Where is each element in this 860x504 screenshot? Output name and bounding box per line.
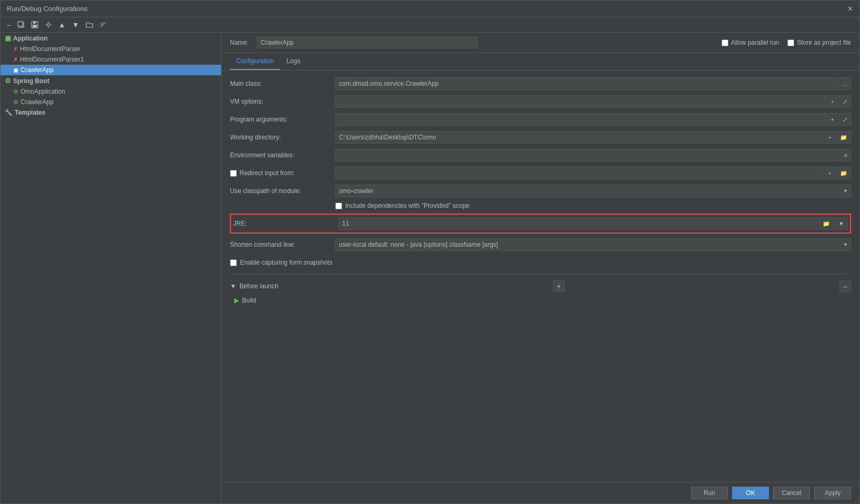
copy-button[interactable] bbox=[15, 20, 27, 29]
shorten-cmd-select-wrapper: user-local default: none - java [options… bbox=[335, 238, 851, 251]
tree-item-omo-application[interactable]: ⚙ OmoApplication bbox=[1, 86, 221, 97]
spring-boot-icon: ⚙ bbox=[5, 77, 11, 85]
env-vars-browse-button[interactable]: ≡ bbox=[841, 149, 851, 162]
move-up-button[interactable]: ▲ bbox=[56, 19, 68, 30]
program-args-add-button[interactable]: + bbox=[827, 113, 838, 126]
env-vars-row: Environment variables: ≡ bbox=[230, 148, 851, 162]
right-panel: Name: Allow parallel run Store as projec… bbox=[222, 33, 859, 503]
config-content: Main class: ... VM options: + ⤢ bbox=[222, 70, 859, 482]
tab-configuration[interactable]: Configuration bbox=[230, 53, 280, 70]
shorten-cmd-select[interactable]: user-local default: none - java [options… bbox=[335, 238, 851, 251]
title-bar: Run/Debug Configurations ✕ bbox=[1, 1, 859, 17]
env-vars-input-group: ≡ bbox=[335, 149, 851, 162]
build-label: Build bbox=[242, 297, 256, 304]
tree-group-templates[interactable]: 🔧 Templates bbox=[1, 107, 221, 118]
main-class-input-group: ... bbox=[335, 77, 851, 90]
close-icon[interactable]: ✕ bbox=[847, 5, 853, 13]
tab-logs[interactable]: Logs bbox=[280, 53, 306, 70]
tree-item-crawler-app[interactable]: ▣ CrawlerApp bbox=[1, 65, 221, 75]
main-class-input[interactable] bbox=[335, 77, 838, 90]
crawler-app-label: CrawlerApp bbox=[21, 66, 54, 74]
remove-button[interactable]: – bbox=[5, 19, 13, 30]
allow-parallel-label: Allow parallel run bbox=[722, 39, 779, 46]
allow-parallel-checkbox[interactable] bbox=[722, 39, 728, 46]
program-args-label: Program arguments: bbox=[230, 116, 335, 123]
tree-group-application[interactable]: ▣ Application bbox=[1, 33, 221, 44]
ok-button[interactable]: OK bbox=[732, 487, 769, 499]
module-select-wrapper: omo-crawler bbox=[335, 185, 851, 197]
include-deps-text: Include dependencies with "Provided" sco… bbox=[345, 202, 469, 209]
tree-group-spring-boot[interactable]: ⚙ Spring Boot bbox=[1, 75, 221, 86]
redirect-browse-button[interactable]: 📁 bbox=[836, 167, 851, 179]
run-debug-dialog: Run/Debug Configurations ✕ – ▲ ▼ ▣ Ap bbox=[0, 0, 860, 504]
include-deps-checkbox[interactable] bbox=[335, 203, 342, 209]
working-dir-add-button[interactable]: + bbox=[825, 131, 835, 144]
open-folder-button[interactable] bbox=[84, 20, 95, 29]
tree-item-html-parser[interactable]: ✗ HtmlDocumentParser bbox=[1, 44, 221, 54]
html-parser1-label: HtmlDocumentParser1 bbox=[20, 56, 84, 63]
vm-options-input[interactable] bbox=[335, 95, 826, 108]
redirect-checkbox[interactable] bbox=[230, 170, 237, 177]
jre-browse-button[interactable]: 📁 bbox=[819, 217, 834, 230]
name-row: Name: Allow parallel run Store as projec… bbox=[222, 33, 859, 53]
toolbar: – ▲ ▼ bbox=[1, 17, 859, 33]
left-panel: ▣ Application ✗ HtmlDocumentParser ✗ Htm… bbox=[1, 33, 222, 503]
main-class-browse-button[interactable]: ... bbox=[839, 77, 851, 90]
working-dir-input[interactable] bbox=[335, 131, 824, 144]
save-button[interactable] bbox=[29, 20, 41, 29]
jre-input[interactable] bbox=[338, 217, 818, 230]
before-launch-remove-button[interactable]: – bbox=[839, 280, 851, 292]
working-dir-input-group: + 📁 bbox=[335, 131, 851, 144]
build-arrow-icon: ▶ bbox=[234, 297, 239, 304]
tree-item-html-parser1[interactable]: ✗ HtmlDocumentParser1 bbox=[1, 54, 221, 65]
env-vars-label: Environment variables: bbox=[230, 152, 335, 159]
include-deps-label: Include dependencies with "Provided" sco… bbox=[335, 202, 469, 209]
jre-input-group: 📁 ▼ bbox=[338, 217, 848, 230]
before-launch-add-button[interactable]: + bbox=[553, 280, 565, 292]
program-args-input-group: + ⤢ bbox=[335, 113, 851, 126]
svg-point-5 bbox=[47, 24, 49, 26]
html-parser1-icon: ✗ bbox=[13, 56, 18, 63]
vm-options-row: VM options: + ⤢ bbox=[230, 95, 851, 108]
enable-capturing-row: Enable capturing form snapshots bbox=[230, 256, 851, 269]
working-dir-browse-button[interactable]: 📁 bbox=[836, 131, 851, 144]
run-button[interactable]: Run bbox=[691, 487, 728, 499]
module-select[interactable]: omo-crawler bbox=[335, 185, 851, 197]
redirect-add-button[interactable]: + bbox=[825, 167, 835, 179]
classpath-label: Use classpath of module: bbox=[230, 187, 335, 195]
bottom-bar: Run OK Cancel Apply bbox=[222, 482, 859, 503]
jre-dropdown-button[interactable]: ▼ bbox=[835, 217, 848, 230]
redirect-input-row: Redirect input from: + 📁 bbox=[230, 166, 851, 180]
tree-item-crawler-app2[interactable]: ⚙ CrawlerApp bbox=[1, 97, 221, 107]
program-args-input[interactable] bbox=[335, 113, 826, 126]
apply-button[interactable]: Apply bbox=[814, 487, 851, 499]
svg-rect-4 bbox=[33, 22, 36, 24]
classpath-module-row: Use classpath of module: omo-crawler bbox=[230, 184, 851, 198]
before-launch-arrow-icon: ▼ bbox=[230, 283, 236, 290]
vm-options-expand-button[interactable]: ⤢ bbox=[839, 95, 851, 108]
cancel-button[interactable]: Cancel bbox=[773, 487, 810, 499]
jre-row: JRE: 📁 ▼ bbox=[233, 217, 848, 230]
enable-capturing-checkbox[interactable] bbox=[230, 259, 237, 266]
shorten-cmd-row: Shorten command line: user-local default… bbox=[230, 238, 851, 251]
settings-button[interactable] bbox=[43, 20, 54, 29]
vm-options-label: VM options: bbox=[230, 98, 335, 105]
name-label: Name: bbox=[230, 39, 248, 46]
svg-rect-1 bbox=[18, 22, 23, 26]
name-input[interactable] bbox=[257, 37, 478, 48]
store-project-checkbox[interactable] bbox=[787, 39, 794, 46]
svg-rect-3 bbox=[33, 25, 37, 27]
program-args-row: Program arguments: + ⤢ bbox=[230, 113, 851, 126]
crawler-app2-icon: ⚙ bbox=[13, 99, 18, 106]
program-args-expand-button[interactable]: ⤢ bbox=[839, 113, 851, 126]
move-down-button[interactable]: ▼ bbox=[70, 19, 82, 30]
before-launch-header[interactable]: ▼ Before launch + – bbox=[230, 280, 851, 292]
jre-highlighted-section: JRE: 📁 ▼ bbox=[230, 214, 851, 234]
main-class-label: Main class: bbox=[230, 80, 335, 87]
main-class-row: Main class: ... bbox=[230, 77, 851, 90]
vm-options-add-button[interactable]: + bbox=[827, 95, 838, 108]
vm-options-input-group: + ⤢ bbox=[335, 95, 851, 108]
sort-button[interactable] bbox=[97, 20, 109, 29]
redirect-input[interactable] bbox=[335, 167, 824, 179]
env-vars-input[interactable] bbox=[335, 149, 839, 162]
